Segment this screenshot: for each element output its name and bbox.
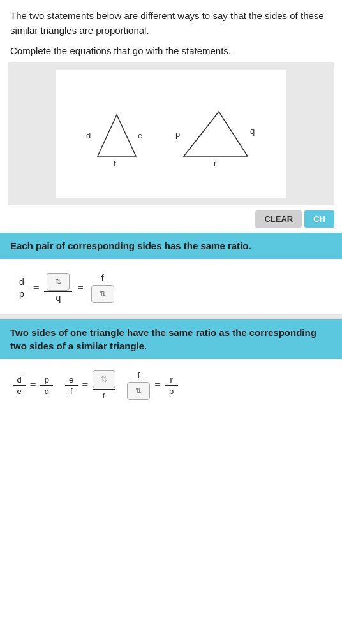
eq2-frac5-top: f bbox=[132, 370, 145, 381]
eq2-frac2: p q bbox=[40, 375, 53, 396]
eq2-sign-2: = bbox=[82, 379, 88, 391]
check-button[interactable]: CH bbox=[304, 210, 334, 228]
statement2-banner: Two sides of one triangle have the same … bbox=[0, 319, 342, 359]
statement1-text: Each pair of corresponding sides has the… bbox=[10, 240, 251, 251]
triangle2-label-r: r bbox=[214, 159, 217, 168]
frac2-numerator[interactable] bbox=[44, 273, 72, 292]
eq2-frac6-bot: p bbox=[165, 386, 178, 396]
frac3-numerator: f bbox=[96, 273, 109, 284]
section-divider bbox=[0, 314, 342, 319]
equation2-row: d e = p q e f = r f bbox=[13, 370, 329, 400]
triangle2-label-q: q bbox=[250, 126, 255, 136]
eq2-frac5: f bbox=[127, 370, 150, 400]
eq2-frac4-bot: r bbox=[98, 390, 110, 400]
triangle-2: p q r bbox=[174, 99, 264, 169]
frac3-denominator[interactable] bbox=[89, 284, 117, 303]
eq2-frac2-bot: q bbox=[40, 386, 53, 396]
intro-line1: The two statements below are different w… bbox=[10, 10, 324, 36]
fraction3: f bbox=[89, 273, 117, 303]
statement1-banner: Each pair of corresponding sides has the… bbox=[0, 233, 342, 259]
frac2-denominator: q bbox=[52, 292, 64, 303]
complete-line: Complete the equations that go with the … bbox=[10, 45, 231, 56]
intro-paragraph: The two statements below are different w… bbox=[0, 0, 342, 43]
eq2-frac4-top[interactable] bbox=[93, 370, 115, 390]
eq2-frac6-top: r bbox=[165, 375, 178, 386]
dropdown4[interactable] bbox=[127, 382, 150, 400]
eq2-frac5-bot[interactable] bbox=[127, 381, 150, 400]
eq2-frac6: r p bbox=[165, 375, 178, 396]
eq-sign-2: = bbox=[77, 282, 83, 294]
eq2-frac4: r bbox=[93, 370, 115, 400]
eq2-frac1-bot: e bbox=[13, 386, 26, 396]
eq2-frac1: d e bbox=[13, 375, 26, 396]
fraction1: d p bbox=[15, 277, 28, 299]
triangle1-label-e: e bbox=[138, 131, 142, 140]
svg-marker-1 bbox=[184, 112, 248, 156]
dropdown1[interactable] bbox=[47, 273, 70, 291]
eq2-frac2-top: p bbox=[40, 375, 53, 386]
statement2-text: Two sides of one triangle have the same … bbox=[10, 327, 316, 351]
eq2-frac3: e f bbox=[65, 375, 78, 396]
equation1-row: d p = q = f bbox=[15, 273, 327, 303]
triangle-1: d e f bbox=[78, 99, 155, 169]
eq2-frac1-top: d bbox=[13, 375, 26, 386]
eq2-sign-1: = bbox=[30, 379, 36, 391]
fraction2: q bbox=[44, 273, 72, 303]
clear-button[interactable]: CLEAR bbox=[255, 210, 302, 228]
svg-marker-0 bbox=[98, 115, 136, 156]
diagram-area: d e f p q r bbox=[8, 62, 334, 205]
frac1-denominator: p bbox=[15, 288, 28, 299]
frac1-numerator: d bbox=[15, 277, 28, 288]
triangle1-label-d: d bbox=[86, 131, 91, 140]
button-row: CLEAR CH bbox=[0, 205, 342, 233]
equation1-section: d p = q = f bbox=[0, 259, 342, 314]
dropdown2[interactable] bbox=[91, 285, 114, 303]
eq-sign-1: = bbox=[33, 282, 39, 294]
complete-instruction: Complete the equations that go with the … bbox=[0, 43, 342, 62]
triangle2-label-p: p bbox=[175, 129, 180, 139]
eq2-frac3-bot: f bbox=[65, 386, 78, 396]
eq2-frac3-top: e bbox=[65, 375, 78, 386]
diagram-inner: d e f p q r bbox=[56, 70, 286, 198]
triangle1-label-f: f bbox=[114, 159, 116, 168]
equation2-section: d e = p q e f = r f bbox=[0, 359, 342, 413]
eq2-sign-3: = bbox=[154, 379, 160, 391]
dropdown3[interactable] bbox=[93, 370, 115, 388]
